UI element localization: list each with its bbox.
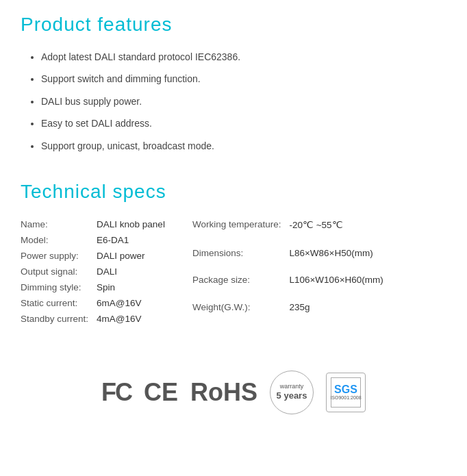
rohs-certification: RoHS — [190, 378, 257, 407]
fc-certification: FC — [101, 378, 131, 407]
specs-left-column: Name: DALI knob panel Model: E6-DA1 Powe… — [21, 216, 165, 329]
spec-row-output: Output signal: DALI — [21, 266, 165, 279]
warranty-top-text: warranty — [280, 383, 304, 391]
specs-right-column: Working temperature: -20℃ ~55℃ Dimension… — [192, 216, 383, 329]
list-item: Support switch and dimming function. — [41, 71, 446, 86]
iso-logo: SGS — [334, 384, 357, 395]
spec-row-name: Name: DALI knob panel — [21, 219, 165, 232]
spec-value: 6mA@16V — [97, 298, 165, 311]
product-features-title: Product features — [21, 14, 446, 36]
spec-label: Dimming style: — [21, 282, 97, 295]
warranty-badge: warranty 5 years — [270, 371, 314, 414]
spec-label: Static current: — [21, 298, 97, 311]
spec-value: -20℃ ~55℃ — [289, 219, 383, 245]
spec-label: Name: — [21, 219, 97, 232]
iso-text: ISO9001:2008 — [330, 395, 361, 401]
spec-row-static: Static current: 6mA@16V — [21, 298, 165, 311]
spec-value: L86×W86×H50(mm) — [289, 248, 383, 273]
ce-certification: CE — [144, 378, 178, 407]
iso-badge: SGS ISO9001:2008 — [326, 373, 366, 412]
warranty-years-text: 5 years — [277, 390, 307, 402]
spec-label: Dimensions: — [192, 248, 290, 273]
technical-specs-title: Technical specs — [21, 181, 446, 203]
spec-row-model: Model: E6-DA1 — [21, 235, 165, 248]
spec-value: DALI — [97, 266, 165, 279]
certifications-bar: FC CE RoHS warranty 5 years SGS ISO9001:… — [21, 371, 446, 414]
spec-value: DALI power — [97, 251, 165, 264]
features-list: Adopt latest DALI standard protocol IEC6… — [21, 49, 446, 153]
iso-inner: SGS ISO9001:2008 — [331, 377, 361, 408]
spec-row-package: Package size: L106×W106×H60(mm) — [192, 275, 383, 299]
spec-value: DALI knob panel — [97, 219, 165, 232]
spec-label: Weight(G.W.): — [192, 302, 290, 327]
list-item: Adopt latest DALI standard protocol IEC6… — [41, 49, 446, 64]
spec-row-dimming: Dimming style: Spin — [21, 282, 165, 295]
specs-grid: Name: DALI knob panel Model: E6-DA1 Powe… — [21, 216, 446, 329]
spec-row-temp: Working temperature: -20℃ ~55℃ — [192, 219, 383, 245]
spec-value: 235g — [289, 302, 383, 327]
list-item: Easy to set DALI address. — [41, 116, 446, 131]
spec-row-standby: Standby current: 4mA@16V — [21, 314, 165, 327]
technical-specs-section: Technical specs Name: DALI knob panel Mo… — [21, 181, 446, 329]
spec-value: E6-DA1 — [97, 235, 165, 248]
spec-label: Model: — [21, 235, 97, 248]
product-features-section: Product features Adopt latest DALI stand… — [21, 14, 446, 153]
spec-row-weight: Weight(G.W.): 235g — [192, 302, 383, 327]
spec-label: Power supply: — [21, 251, 97, 264]
spec-row-power: Power supply: DALI power — [21, 251, 165, 264]
spec-value: L106×W106×H60(mm) — [289, 275, 383, 299]
spec-label: Output signal: — [21, 266, 97, 279]
spec-row-dimensions: Dimensions: L86×W86×H50(mm) — [192, 248, 383, 273]
spec-label: Package size: — [192, 275, 290, 299]
spec-value: 4mA@16V — [97, 314, 165, 327]
list-item: Support group, unicast, broadcast mode. — [41, 138, 446, 153]
spec-value: Spin — [97, 282, 165, 295]
list-item: DALI bus supply power. — [41, 94, 446, 109]
spec-label: Standby current: — [21, 314, 97, 327]
spec-label: Working temperature: — [192, 219, 290, 245]
